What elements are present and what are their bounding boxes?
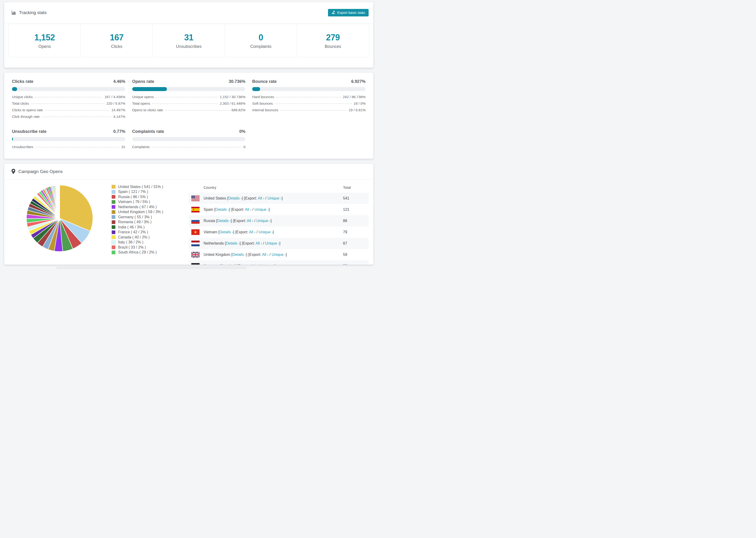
rate-detail-value: 0 [243,145,245,149]
rate-panel-clicks-rate: Clicks rate4.46%Unique clicks167 / 4.456… [12,79,125,121]
details-link[interactable]: Details › [221,264,235,265]
legend-item-netherlands: Netherlands ( 67 / 4% ) [112,204,163,210]
legend-label: India ( 46 / 3% ) [118,225,145,229]
export-all-link[interactable]: All › [255,241,262,245]
rate-detail-clicks-to-opens-rate: Clicks to opens rate14.497% [12,108,125,115]
country-name: Netherlands [203,241,225,245]
legend-label: Germany ( 55 / 3% ) [118,215,152,219]
rate-detail-label: Unique opens [132,95,154,99]
rate-detail-label: Complaints [132,145,150,149]
flag-us-icon [191,195,199,201]
rate-detail-label: Total opens [132,101,150,105]
export-unique-link[interactable]: Unique › [256,219,270,223]
export-unique-link[interactable]: Unique › [267,196,282,200]
flag-ru-icon [191,218,199,224]
rate-value: 4.46% [113,79,125,84]
country-name: United States [203,196,227,200]
rate-progress-bar [252,87,365,91]
export-unique-link[interactable]: Unique › [265,241,279,245]
export-basic-stats-button[interactable]: Export basic stats [328,9,369,17]
rate-detail-label: Clicks to opens rate [12,108,43,112]
column-header-total: Total [343,186,369,190]
rate-detail-label: Click through rate [12,115,40,119]
details-link[interactable]: Details › [215,207,229,211]
rate-progress-fill [132,87,167,91]
rate-detail-value: 19 / 6.81% [349,108,365,112]
tracking-stats-page: Tracking stats Export basic stats 1,152O… [0,0,378,269]
rate-detail-value: 1,152 / 30.736% [220,95,245,99]
summary-stat-complaints: 0Complaints [225,24,297,57]
details-link[interactable]: Details › [226,241,240,245]
rate-detail-label: Internal bounces [252,108,278,112]
geo-row-vietnam: Vietnam [Details ›] [Export: All › / Uni… [189,227,369,238]
export-all-link[interactable]: All › [251,264,257,265]
legend-label: United Kingdom ( 59 / 3% ) [118,210,163,214]
geo-row-total: 67 [343,241,369,245]
stat-value: 31 [184,32,193,42]
rates-row-2: Unsubscribe rate0.77%Unsubscribes31Compl… [12,129,365,151]
rate-panel-opens-rate: Opens rate30.736%Unique opens1,152 / 30.… [132,79,245,121]
rate-detail-click-through-rate: Click through rate4.147% [12,115,125,121]
rate-detail-label: Total clicks [12,101,29,105]
flag-es-icon [191,207,199,212]
flag-de-icon [191,263,199,265]
dotted-leader [165,110,230,111]
geo-row-united-kingdom: United Kingdom [Details ›] [Export: All … [189,249,369,260]
rate-title: Complaints rate [132,129,164,134]
legend-swatch [112,230,116,234]
details-link[interactable]: Details › [233,252,246,256]
rate-title: Bounce rate [252,79,277,84]
rate-progress-bar [12,137,125,141]
export-unique-link[interactable]: Unique › [272,252,286,256]
legend-label: Vietnam ( 79 / 5% ) [118,200,150,204]
legend-item-south-africa: South Africa ( 29 / 2% ) [112,250,163,255]
rate-panel-spacer [252,129,365,151]
rate-detail-value: 220 / 5.87% [107,101,125,105]
legend-item-russia: Russia ( 86 / 5% ) [112,194,163,199]
details-link[interactable]: Details › [228,196,242,200]
rate-detail-value: 18 / 0% [353,101,365,105]
rate-progress-fill [252,87,260,91]
details-link[interactable]: Details › [219,230,233,234]
details-link[interactable]: Details › [217,219,231,223]
export-all-link[interactable]: All › [245,207,251,211]
export-unique-link[interactable]: Unique › [254,207,269,211]
bar-chart-icon [11,10,16,15]
legend-item-india: India ( 46 / 3% ) [112,225,163,230]
rate-detail-value: 14.497% [111,108,125,112]
rate-detail-value: 689.82% [232,108,245,112]
rate-panel-unsubscribe-rate: Unsubscribe rate0.77%Unsubscribes31 [12,129,125,151]
rate-detail-soft-bounces: Soft bounces18 / 0% [252,101,365,108]
geo-card-title-label: Campaign Geo Opens [18,169,63,174]
geo-row-spain: Spain [Details ›] [Export: All › / Uniqu… [189,204,369,215]
export-icon [332,10,336,15]
geo-table-body: United States [Details ›] [Export: All ›… [189,193,369,265]
geo-row-line: United Kingdom [Details ›] [Export: All … [203,252,343,257]
dotted-leader [152,147,242,147]
export-unique-link[interactable]: Unique › [260,264,274,265]
export-all-link[interactable]: All › [249,230,256,234]
rate-value: 0.77% [113,129,125,134]
legend-label: United States ( 541 / 31% ) [118,185,163,189]
legend-swatch [112,241,116,244]
page-title: Tracking stats [11,10,47,15]
export-button-label: Export basic stats [337,11,365,15]
legend-label: Italy ( 36 / 2% ) [118,240,143,244]
rate-detail-label: Unique clicks [12,95,33,99]
export-all-link[interactable]: All › [258,196,264,200]
country-name: Germany [203,264,220,265]
pie-legend: United States ( 541 / 31% )Spain ( 121 /… [112,184,163,255]
export-unique-link[interactable]: Unique › [259,230,273,234]
export-all-link[interactable]: All › [247,219,253,223]
legend-label: Canada ( 40 / 2% ) [118,235,149,240]
dotted-leader [275,103,352,104]
map-pin-icon [11,169,16,174]
legend-swatch [112,205,116,209]
summary-stat-clicks: 167Clicks [81,24,153,57]
rate-detail-value: 242 / 86.738% [343,95,365,99]
rate-detail-total-clicks: Total clicks220 / 5.87% [12,101,125,108]
rate-value: 6.927% [351,79,365,84]
export-all-link[interactable]: All › [262,252,269,256]
summary-stats-row: 1,152Opens167Clicks31Unsubscribes0Compla… [9,24,369,57]
legend-swatch [112,215,116,219]
